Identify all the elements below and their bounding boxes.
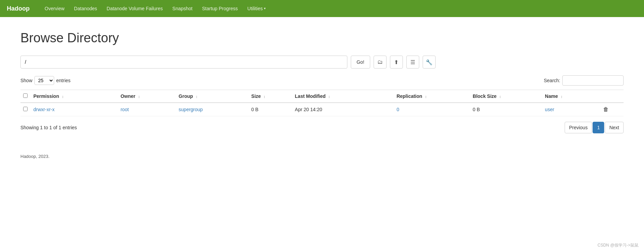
row-size: 0 B xyxy=(249,103,292,116)
search-box: Search: xyxy=(544,75,624,86)
table-controls: Show 10 25 50 100 entries Search: xyxy=(20,75,624,86)
sort-size-icon: ↕ xyxy=(264,94,266,99)
row-owner: root xyxy=(118,103,176,116)
sort-replication-icon: ↕ xyxy=(425,94,427,99)
settings-button[interactable]: 🔧 xyxy=(423,56,436,69)
select-all-checkbox[interactable] xyxy=(23,93,28,98)
th-block-size[interactable]: Block Size ↕ xyxy=(470,90,542,103)
search-label: Search: xyxy=(544,78,560,83)
footer: Hadoop, 2023. xyxy=(0,147,644,166)
row-checkbox[interactable] xyxy=(23,107,28,111)
table-header: Permission ↕ Owner ↕ Group ↕ Size ↕ Last… xyxy=(20,90,624,103)
row-last-modified: Apr 20 14:20 xyxy=(292,103,394,116)
sort-lastmod-icon: ↕ xyxy=(328,94,330,99)
th-checkbox xyxy=(20,90,31,103)
th-permission-label: Permission xyxy=(33,93,59,99)
nav-utilities: Utilities ▾ xyxy=(242,0,270,17)
th-actions xyxy=(600,90,624,103)
folder-open-icon: 🗂 xyxy=(377,59,383,65)
th-name[interactable]: Name ↕ xyxy=(542,90,600,103)
pagination: Previous 1 Next xyxy=(565,122,624,133)
pagination-row: Showing 1 to 1 of 1 entries Previous 1 N… xyxy=(20,122,624,133)
nav-overview[interactable]: Overview xyxy=(40,0,69,17)
nav-datanode-volume-failures[interactable]: Datanode Volume Failures xyxy=(102,0,168,17)
sort-blocksize-icon: ↕ xyxy=(499,94,501,99)
footer-text: Hadoop, 2023. xyxy=(20,154,49,159)
th-owner-label: Owner xyxy=(121,93,136,99)
nav-startup-progress[interactable]: Startup Progress xyxy=(197,0,242,17)
wrench-icon: 🔧 xyxy=(426,59,433,65)
go-button[interactable]: Go! xyxy=(351,56,370,69)
next-button[interactable]: Next xyxy=(605,122,624,133)
owner-link[interactable]: root xyxy=(121,107,129,112)
th-group-label: Group xyxy=(179,93,193,99)
row-permission: drwxr-xr-x xyxy=(31,103,118,116)
th-name-label: Name xyxy=(545,93,558,99)
toolbar-row: Go! 🗂 ⬆ ☰ 🔧 xyxy=(20,56,624,69)
showing-info: Showing 1 to 1 of 1 entries xyxy=(20,125,77,130)
nav-datanodes[interactable]: Datanodes xyxy=(69,0,102,17)
list-icon: ☰ xyxy=(410,59,415,65)
folder-open-button[interactable]: 🗂 xyxy=(374,56,387,69)
directory-table: Permission ↕ Owner ↕ Group ↕ Size ↕ Last… xyxy=(20,90,624,116)
navbar: Hadoop Overview Datanodes Datanode Volum… xyxy=(0,0,644,17)
dropdown-arrow-icon: ▾ xyxy=(264,0,266,17)
upload-button[interactable]: ⬆ xyxy=(390,56,403,69)
replication-link[interactable]: 0 xyxy=(396,107,399,112)
permission-link[interactable]: drwxr-xr-x xyxy=(33,107,54,112)
th-lastmod-label: Last Modified xyxy=(295,93,326,99)
table-row: drwxr-xr-x root supergroup 0 B Apr 20 14… xyxy=(20,103,624,116)
row-group: supergroup xyxy=(176,103,249,116)
th-blocksize-label: Block Size xyxy=(473,93,497,99)
main-content: Browse Directory Go! 🗂 ⬆ ☰ 🔧 Show 10 25 … xyxy=(0,17,644,147)
path-input[interactable] xyxy=(20,56,347,69)
nav-utilities-link[interactable]: Utilities ▾ xyxy=(242,0,270,17)
list-button[interactable]: ☰ xyxy=(406,56,419,69)
th-last-modified[interactable]: Last Modified ↕ xyxy=(292,90,394,103)
row-replication: 0 xyxy=(394,103,470,116)
show-entries-control: Show 10 25 50 100 entries xyxy=(20,76,70,85)
table-body: drwxr-xr-x root supergroup 0 B Apr 20 14… xyxy=(20,103,624,116)
sort-permission-icon: ↕ xyxy=(62,94,64,99)
entries-label: entries xyxy=(56,78,70,83)
previous-button[interactable]: Previous xyxy=(565,122,592,133)
name-link[interactable]: user xyxy=(545,107,554,112)
nav-snapshot[interactable]: Snapshot xyxy=(168,0,197,17)
th-replication-label: Replication xyxy=(396,93,422,99)
group-link[interactable]: supergroup xyxy=(179,107,203,112)
page-title: Browse Directory xyxy=(20,31,624,45)
th-group[interactable]: Group ↕ xyxy=(176,90,249,103)
page-1-button[interactable]: 1 xyxy=(593,122,604,133)
row-delete-cell: 🗑 xyxy=(600,103,624,116)
entries-select[interactable]: 10 25 50 100 xyxy=(34,76,54,85)
th-size-label: Size xyxy=(251,93,261,99)
sort-group-icon: ↕ xyxy=(195,94,198,99)
th-replication[interactable]: Replication ↕ xyxy=(394,90,470,103)
th-owner[interactable]: Owner ↕ xyxy=(118,90,176,103)
upload-icon: ⬆ xyxy=(394,59,398,65)
row-block-size: 0 B xyxy=(470,103,542,116)
delete-button[interactable]: 🗑 xyxy=(603,106,609,113)
row-checkbox-cell xyxy=(20,103,31,116)
search-input[interactable] xyxy=(562,75,624,86)
th-permission[interactable]: Permission ↕ xyxy=(31,90,118,103)
row-name: user xyxy=(542,103,600,116)
sort-owner-icon: ↕ xyxy=(138,94,140,99)
show-label: Show xyxy=(20,78,32,83)
sort-name-icon: ↕ xyxy=(561,94,563,99)
brand-logo: Hadoop xyxy=(7,5,30,12)
th-size[interactable]: Size ↕ xyxy=(249,90,292,103)
